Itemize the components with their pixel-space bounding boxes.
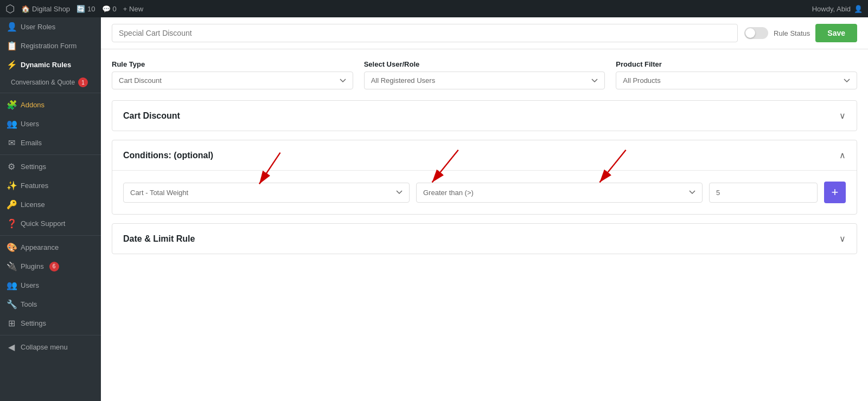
quick-support-icon: ❓ bbox=[7, 218, 16, 229]
registration-form-icon: 📋 bbox=[7, 41, 16, 51]
dynamic-rules-icon: ⚡ bbox=[7, 60, 16, 70]
product-filter-select[interactable]: All Products bbox=[616, 72, 857, 89]
conditions-section: Conditions: (optional) ∧ Cart - Total We… bbox=[112, 140, 857, 215]
date-limit-section: Date & Limit Rule ∨ bbox=[112, 223, 857, 254]
sidebar-item-dynamic-rules[interactable]: ⚡ Dynamic Rules bbox=[0, 55, 101, 74]
condition-operator-select[interactable]: Greater than (>) bbox=[416, 183, 703, 203]
rule-type-label: Rule Type bbox=[112, 60, 353, 68]
sidebar: 👤 User Roles 📋 Registration Form ⚡ Dynam… bbox=[0, 17, 101, 401]
user-roles-icon: 👤 bbox=[7, 22, 16, 32]
user-role-label: Select User/Role bbox=[364, 60, 605, 68]
sidebar-item-emails[interactable]: ✉ Emails bbox=[0, 133, 101, 152]
sidebar-item-plugins[interactable]: 🔌 Plugins 6 bbox=[0, 257, 101, 276]
rule-status-label: Rule Status bbox=[774, 29, 810, 37]
date-limit-title: Date & Limit Rule bbox=[123, 234, 195, 244]
product-filter-group: Product Filter All Products bbox=[616, 60, 857, 89]
sidebar-item-users2[interactable]: 👥 Users bbox=[0, 276, 101, 295]
plugins-icon: 🔌 bbox=[7, 261, 16, 271]
addons-icon: 🧩 bbox=[7, 100, 16, 110]
appearance-icon: 🎨 bbox=[7, 242, 16, 253]
sidebar-item-settings[interactable]: ⚙ Settings bbox=[0, 157, 101, 176]
sidebar-item-license[interactable]: 🔑 License bbox=[0, 195, 101, 214]
rule-name-input[interactable] bbox=[112, 24, 738, 42]
rule-type-select[interactable]: Cart Discount bbox=[112, 72, 353, 89]
license-icon: 🔑 bbox=[7, 199, 16, 210]
wp-logo-icon[interactable]: ⬡ bbox=[5, 2, 15, 15]
tools-icon: 🔧 bbox=[7, 299, 16, 309]
sidebar-item-tools[interactable]: 🔧 Tools bbox=[0, 295, 101, 314]
rule-status-area: Rule Status Save bbox=[744, 24, 857, 42]
features-icon: ✨ bbox=[7, 180, 16, 191]
save-button[interactable]: Save bbox=[815, 24, 857, 42]
rule-type-group: Rule Type Cart Discount bbox=[112, 60, 353, 89]
user-role-select[interactable]: All Registered Users bbox=[364, 72, 605, 89]
sidebar-item-user-roles[interactable]: 👤 User Roles bbox=[0, 17, 101, 36]
product-filter-label: Product Filter bbox=[616, 60, 857, 68]
conditions-body: Cart - Total Weight Greater than (>) + bbox=[112, 170, 857, 214]
conditions-chevron-icon: ∧ bbox=[839, 150, 846, 160]
conditions-title: Conditions: (optional) bbox=[123, 151, 213, 160]
sidebar-item-quick-support[interactable]: ❓ Quick Support bbox=[0, 214, 101, 233]
users-icon: 👥 bbox=[7, 119, 16, 129]
conditions-row: Cart - Total Weight Greater than (>) + bbox=[123, 182, 846, 203]
cart-discount-title: Cart Discount bbox=[123, 111, 180, 121]
date-limit-header[interactable]: Date & Limit Rule ∨ bbox=[112, 224, 857, 254]
sidebar-item-settings2[interactable]: ⊞ Settings bbox=[0, 314, 101, 333]
date-limit-chevron-icon: ∨ bbox=[839, 234, 846, 244]
collapse-icon: ◀ bbox=[7, 342, 16, 352]
adminbar-home[interactable]: 🏠 Digital Shop bbox=[21, 5, 70, 13]
adminbar-new[interactable]: + New bbox=[123, 5, 143, 13]
sidebar-item-collapse[interactable]: ◀ Collapse menu bbox=[0, 338, 101, 357]
conditions-body-wrapper: Cart - Total Weight Greater than (>) + bbox=[123, 182, 846, 203]
cart-discount-chevron-icon: ∨ bbox=[839, 111, 846, 121]
sidebar-item-users[interactable]: 👥 Users bbox=[0, 114, 101, 133]
cart-discount-section: Cart Discount ∨ bbox=[112, 100, 857, 131]
user-role-group: Select User/Role All Registered Users bbox=[364, 60, 605, 89]
admin-bar: ⬡ 🏠 Digital Shop 🔄 10 💬 0 + New Howdy, A… bbox=[0, 0, 868, 17]
sidebar-item-registration-form[interactable]: 📋 Registration Form bbox=[0, 36, 101, 55]
adminbar-updates[interactable]: 🔄 10 bbox=[76, 5, 95, 13]
cart-discount-header[interactable]: Cart Discount ∨ bbox=[112, 101, 857, 131]
main-content: Rule Status Save Rule Type Cart Discount… bbox=[101, 17, 868, 401]
emails-icon: ✉ bbox=[7, 138, 16, 148]
conditions-header[interactable]: Conditions: (optional) ∧ bbox=[112, 140, 857, 170]
users2-icon: 👥 bbox=[7, 280, 16, 290]
add-condition-button[interactable]: + bbox=[824, 182, 846, 203]
adminbar-comments[interactable]: 💬 0 bbox=[102, 5, 117, 13]
sidebar-item-appearance[interactable]: 🎨 Appearance bbox=[0, 238, 101, 257]
rule-top-bar: Rule Status Save bbox=[101, 17, 868, 49]
filter-row: Rule Type Cart Discount Select User/Role… bbox=[101, 49, 868, 100]
settings-icon: ⚙ bbox=[7, 161, 16, 172]
condition-type-select[interactable]: Cart - Total Weight bbox=[123, 183, 410, 203]
sidebar-item-conversation[interactable]: Conversation & Quote 1 bbox=[0, 74, 101, 90]
content-area: Cart Discount ∨ Conditions: (optional) ∧ bbox=[101, 100, 868, 254]
sidebar-item-addons[interactable]: 🧩 Addons bbox=[0, 95, 101, 114]
sidebar-item-features[interactable]: ✨ Features bbox=[0, 176, 101, 195]
condition-value-input[interactable] bbox=[709, 183, 818, 203]
rule-status-toggle[interactable] bbox=[744, 27, 768, 39]
toggle-slider bbox=[744, 27, 768, 39]
settings2-icon: ⊞ bbox=[7, 318, 16, 328]
adminbar-user[interactable]: Howdy, Abid 👤 bbox=[812, 5, 863, 13]
